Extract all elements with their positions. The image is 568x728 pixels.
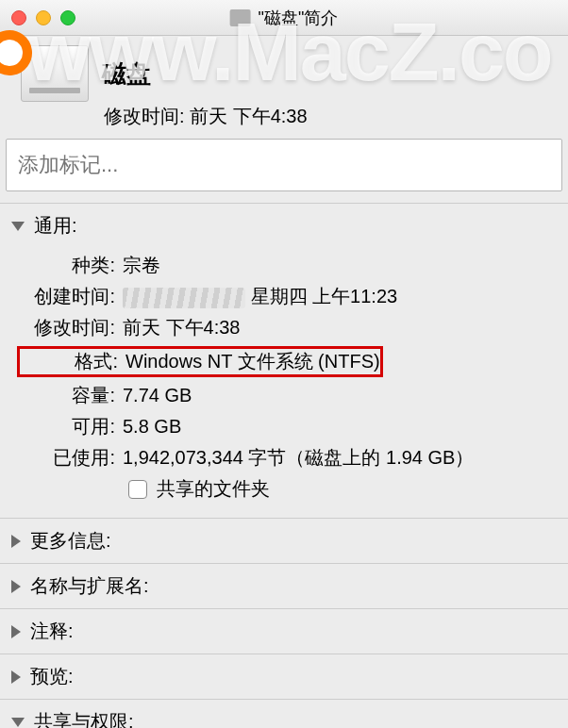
section-name-ext: 名称与扩展名: bbox=[0, 563, 568, 608]
section-preview: 预览: bbox=[0, 654, 568, 699]
value-kind: 宗卷 bbox=[123, 253, 160, 278]
section-general-header[interactable]: 通用: bbox=[0, 204, 568, 248]
titlebar: "磁盘"简介 bbox=[0, 0, 568, 36]
redacted-icon bbox=[123, 288, 245, 308]
section-sharing-perms-header[interactable]: 共享与权限: bbox=[0, 700, 568, 728]
value-created: 星期四 上午11:23 bbox=[123, 284, 397, 309]
tags-input[interactable] bbox=[18, 153, 561, 177]
value-modified: 前天 下午4:38 bbox=[123, 315, 240, 340]
disclosure-right-icon bbox=[11, 670, 21, 684]
disk-icon bbox=[21, 45, 89, 102]
section-general: 通用: 种类: 宗卷 创建时间: 星期四 上午11:23 修改时间: 前天 下午… bbox=[0, 203, 568, 518]
item-name: 磁盘 bbox=[102, 58, 151, 91]
section-comments-header[interactable]: 注释: bbox=[0, 609, 568, 654]
shared-folder-label: 共享的文件夹 bbox=[157, 476, 270, 502]
section-more-info-header[interactable]: 更多信息: bbox=[0, 519, 568, 563]
row-available: 可用: 5.8 GB bbox=[17, 411, 551, 442]
window-title-wrap: "磁盘"简介 bbox=[230, 7, 339, 29]
close-button[interactable] bbox=[11, 10, 26, 25]
row-used: 已使用: 1,942,073,344 字节（磁盘上的 1.94 GB） bbox=[17, 442, 551, 473]
disk-mini-icon bbox=[230, 9, 251, 26]
section-more-info: 更多信息: bbox=[0, 518, 568, 563]
general-details: 种类: 宗卷 创建时间: 星期四 上午11:23 修改时间: 前天 下午4:38… bbox=[0, 248, 568, 518]
section-comments: 注释: bbox=[0, 608, 568, 654]
disclosure-down-icon bbox=[11, 718, 25, 727]
value-capacity: 7.74 GB bbox=[123, 385, 192, 406]
zoom-button[interactable] bbox=[60, 10, 75, 25]
section-preview-header[interactable]: 预览: bbox=[0, 654, 568, 699]
header: 磁盘 bbox=[0, 36, 568, 108]
value-used: 1,942,073,344 字节（磁盘上的 1.94 GB） bbox=[123, 445, 474, 471]
window-title: "磁盘"简介 bbox=[259, 7, 339, 29]
row-capacity: 容量: 7.74 GB bbox=[17, 380, 551, 411]
traffic-lights bbox=[0, 10, 75, 25]
row-format: 格式: Windows NT 文件系统 (NTFS) bbox=[17, 343, 551, 380]
row-created: 创建时间: 星期四 上午11:23 bbox=[17, 281, 551, 312]
disclosure-right-icon bbox=[11, 625, 21, 638]
value-format: Windows NT 文件系统 (NTFS) bbox=[125, 349, 380, 374]
row-modified: 修改时间: 前天 下午4:38 bbox=[17, 312, 551, 343]
modified-summary: 修改时间: 前天 下午4:38 bbox=[0, 104, 568, 129]
section-sharing-perms: 共享与权限: 您只可以读 bbox=[0, 699, 568, 728]
disclosure-down-icon bbox=[11, 222, 25, 231]
section-name-ext-header[interactable]: 名称与扩展名: bbox=[0, 564, 568, 608]
highlight-format: 格式: Windows NT 文件系统 (NTFS) bbox=[17, 346, 383, 377]
row-kind: 种类: 宗卷 bbox=[17, 250, 551, 281]
tags-field[interactable] bbox=[6, 139, 562, 191]
disclosure-right-icon bbox=[11, 535, 21, 548]
value-available: 5.8 GB bbox=[123, 416, 181, 438]
disclosure-right-icon bbox=[11, 580, 21, 593]
minimize-button[interactable] bbox=[36, 10, 51, 25]
row-shared: 共享的文件夹 bbox=[17, 473, 551, 505]
shared-folder-checkbox[interactable] bbox=[128, 480, 147, 499]
